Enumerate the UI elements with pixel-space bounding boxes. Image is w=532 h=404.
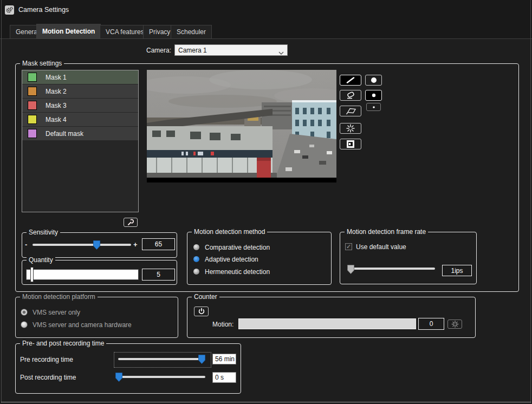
mask-options-button[interactable] <box>124 218 138 227</box>
counter-reset-button[interactable] <box>447 320 462 329</box>
comparative-detection-radio[interactable] <box>193 244 200 251</box>
mask-item-label: Mask 1 <box>46 74 67 81</box>
vms-server-only-radio[interactable] <box>21 309 28 316</box>
mask-list-item[interactable]: Mask 3 <box>22 99 138 112</box>
mask-list-item[interactable]: Mask 4 <box>22 113 138 126</box>
quantity-slider-track[interactable] <box>26 269 139 280</box>
hermeneutic-detection-radio[interactable] <box>193 268 200 275</box>
comparative-detection-label: Comparative detection <box>205 244 270 251</box>
quantity-title: Quantity <box>27 256 55 264</box>
vms-server-and-camera-label: VMS server and camera hardware <box>33 321 132 329</box>
small-dot-icon <box>371 105 377 110</box>
eraser-icon <box>343 91 358 100</box>
mask-item-label: Mask 3 <box>46 102 67 109</box>
sensitivity-slider-track[interactable] <box>33 244 131 246</box>
mask-item-label: Mask 4 <box>46 116 67 123</box>
fill-region-icon <box>345 139 356 149</box>
motion-detection-frame-rate-group: Motion detection frame rate <box>340 232 477 284</box>
pen-icon <box>344 76 357 84</box>
sensitivity-value-field[interactable]: 65 <box>142 238 175 250</box>
motion-detection-platform-title: Motion detection platform <box>20 293 98 301</box>
sensitivity-increase-button[interactable]: + <box>133 240 138 249</box>
post-recording-slider-thumb[interactable] <box>115 373 122 382</box>
motion-detection-method-title: Motion detection method <box>192 228 267 236</box>
pre-recording-value-field[interactable]: 56 min <box>212 354 236 364</box>
refresh-tool-button[interactable] <box>340 123 361 134</box>
mask-list-item[interactable]: Default mask <box>22 127 138 140</box>
counter-title: Counter <box>192 293 219 301</box>
starburst-icon <box>450 320 460 328</box>
counter-power-button[interactable] <box>194 307 209 316</box>
camera-preview[interactable] <box>147 70 336 183</box>
window-title: Camera Settings <box>18 6 69 14</box>
hermeneutic-detection-label: Hermeneutic detection <box>205 268 270 276</box>
window-border-bottom <box>1 402 531 402</box>
tab-bar: General Motion Detection VCA features Pr… <box>0 19 532 39</box>
mask-color-swatch <box>28 115 37 124</box>
fill-region-tool-button[interactable] <box>340 139 361 149</box>
counter-group: Counter <box>187 297 476 338</box>
eraser-tool-button[interactable] <box>340 90 361 101</box>
gear-icon <box>5 5 14 15</box>
quantity-value-field[interactable]: 5 <box>142 269 175 281</box>
mask-color-swatch <box>28 129 37 138</box>
quantity-slider-thumb[interactable] <box>30 267 34 282</box>
recording-time-group: Pre- and post recording time <box>15 343 241 394</box>
mask-color-swatch <box>28 87 37 96</box>
post-recording-value-field[interactable]: 0 s <box>212 372 236 383</box>
use-default-value-checkbox[interactable]: ✓ <box>345 243 352 250</box>
power-icon <box>198 308 205 315</box>
camera-dropdown-value: Camera 1 <box>178 47 207 54</box>
mask-item-label: Mask 2 <box>46 88 67 95</box>
motion-detection-frame-rate-title: Motion detection frame rate <box>345 228 428 236</box>
polygon-icon <box>343 107 358 115</box>
mask-color-swatch <box>28 73 37 82</box>
mask-item-label: Default mask <box>46 130 83 138</box>
medium-dot-icon <box>370 92 378 99</box>
mask-list-item[interactable]: Mask 1 <box>22 70 138 84</box>
pre-recording-time-label: Pre recording time <box>20 356 73 363</box>
frame-rate-value-field[interactable]: 1ips <box>442 265 472 276</box>
pre-recording-slider-track[interactable] <box>118 358 205 360</box>
post-recording-slider-track[interactable] <box>118 376 205 378</box>
tab-motion-detection[interactable]: Motion Detection <box>36 24 101 38</box>
sensitivity-decrease-button[interactable]: - <box>25 240 27 249</box>
camera-label: Camera: <box>130 47 171 54</box>
pen-tool-button[interactable] <box>340 75 361 86</box>
vms-server-only-label: VMS server only <box>33 309 80 316</box>
window-border-right <box>530 0 531 403</box>
chevron-down-icon <box>278 49 284 56</box>
mask-list-item[interactable]: Mask 2 <box>22 84 138 98</box>
adaptive-detection-label: Adaptive detection <box>205 256 258 263</box>
window-border-left <box>1 0 2 403</box>
use-default-value-label: Use default value <box>356 243 406 251</box>
mask-color-swatch <box>28 101 37 110</box>
starburst-icon <box>345 123 356 133</box>
recording-time-title: Pre- and post recording time <box>20 340 106 347</box>
tab-vca-features[interactable]: VCA features <box>100 25 150 38</box>
motion-counter-label: Motion: <box>212 321 233 328</box>
tab-scheduler[interactable]: Scheduler <box>171 25 212 38</box>
camera-settings-window: Camera Settings General Motion Detection… <box>0 0 532 404</box>
pre-recording-slider-thumb[interactable] <box>198 355 205 364</box>
brush-size-medium-button[interactable] <box>365 90 382 101</box>
frame-rate-slider-track[interactable] <box>349 268 435 270</box>
adaptive-detection-radio[interactable] <box>193 256 200 263</box>
wrench-icon <box>126 219 135 226</box>
titlebar: Camera Settings <box>0 0 532 19</box>
camera-dropdown[interactable]: Camera 1 <box>174 44 288 56</box>
preview-image <box>147 70 336 178</box>
large-dot-icon <box>370 76 378 84</box>
brush-size-small-button[interactable] <box>366 103 381 111</box>
polygon-tool-button[interactable] <box>340 106 361 116</box>
sensitivity-slider-thumb[interactable] <box>93 240 100 250</box>
frame-rate-slider-thumb[interactable] <box>347 265 354 274</box>
sensitivity-title: Sensitivity <box>27 229 60 236</box>
motion-detection-platform-group: Motion detection platform <box>15 297 178 338</box>
mask-list: Mask 1 Mask 2 Mask 3 Mask 4 Default mask <box>22 70 139 212</box>
motion-counter-value: 0 <box>418 318 444 330</box>
vms-server-and-camera-radio[interactable] <box>21 321 28 328</box>
post-recording-time-label: Post recording time <box>20 374 76 381</box>
brush-size-large-button[interactable] <box>365 75 382 86</box>
motion-counter-bar <box>238 318 416 329</box>
